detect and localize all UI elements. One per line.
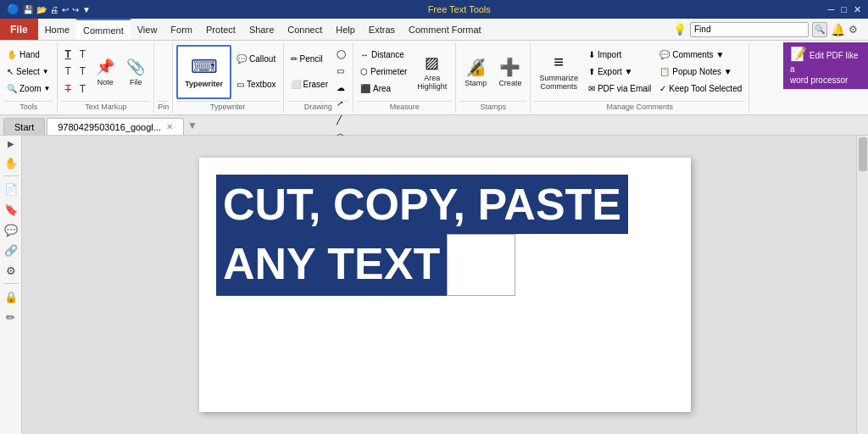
menu-connect[interactable]: Connect: [281, 19, 329, 40]
sidebar-link-tool[interactable]: 🔗: [2, 241, 20, 259]
sidebar-bookmark-tool[interactable]: 🔖: [2, 200, 20, 219]
area-btn[interactable]: ⬛ Area: [357, 81, 410, 97]
select-dropdown[interactable]: ▼: [42, 68, 49, 75]
tab-start[interactable]: Start: [3, 118, 45, 135]
area-highlight-btn[interactable]: ▨ AreaHighlight: [412, 50, 452, 94]
zoom-dropdown[interactable]: ▼: [44, 85, 51, 92]
scroll-thumb[interactable]: [859, 137, 867, 171]
select-icon: ↖: [7, 67, 14, 76]
drawing-col2: ◯ ▭ ☁ ↗ ╱ ⬡: [333, 47, 349, 97]
select-tool-btn[interactable]: ↖ Select ▼: [3, 64, 53, 80]
textbox-btn[interactable]: ▭ Textbox: [233, 77, 279, 92]
text-t2-btn[interactable]: T: [61, 64, 74, 79]
distance-btn[interactable]: ↔ Distance: [357, 47, 410, 63]
text-t6-btn[interactable]: T: [76, 81, 89, 97]
undo-icon[interactable]: ↩: [62, 5, 69, 14]
menu-extras[interactable]: Extras: [362, 19, 402, 40]
comments-label: Comments ▼: [672, 50, 724, 59]
close-btn[interactable]: ✕: [854, 4, 861, 15]
import-btn[interactable]: ⬇ Import: [585, 47, 654, 63]
shape-oval-btn[interactable]: ◯: [333, 47, 349, 62]
sidebar-lock-tool[interactable]: 🔒: [2, 287, 20, 306]
pin-group-label: Pin: [158, 101, 169, 111]
tab-dropdown-arrow[interactable]: ▼: [187, 120, 198, 131]
summarize-btn[interactable]: ≡ SummarizeComments: [534, 50, 583, 94]
menu-comment-format[interactable]: Comment Format: [402, 19, 488, 40]
text-t1-btn[interactable]: T: [61, 47, 74, 62]
search-btn[interactable]: 🔍: [812, 22, 827, 37]
sidebar-page-tool[interactable]: 📄: [2, 180, 20, 198]
ribbon-measure-items: ↔ Distance ⬡ Perimeter ⬛ Area ▨ AreaHigh…: [357, 44, 452, 99]
typewriter-btn[interactable]: ⌨ Typewriter: [176, 45, 231, 99]
ribbon-group-manage-comments: ≡ SummarizeComments ⬇ Import ⬆ Export ▼ …: [531, 42, 749, 113]
open-icon[interactable]: 📂: [36, 5, 47, 14]
keep-tool-btn[interactable]: ✓ Keep Tool Selected: [656, 81, 745, 97]
tools-group-label: Tools: [3, 101, 53, 111]
sidebar-hand-tool[interactable]: ✋: [2, 153, 20, 172]
menu-share[interactable]: Share: [242, 19, 281, 40]
menu-view[interactable]: View: [131, 19, 164, 40]
menu-file[interactable]: File: [0, 19, 38, 40]
menu-form[interactable]: Form: [164, 19, 199, 40]
notification-icons: 🔔 ⚙: [831, 23, 861, 36]
stamp-icon: 🔏: [465, 57, 487, 77]
menu-bar: File Home Comment View Form Protect Shar…: [0, 19, 868, 41]
sidebar-collapse-arrow[interactable]: ▶: [8, 139, 14, 148]
pdf-email-btn[interactable]: ✉ PDF via Email: [585, 81, 654, 97]
zoom-tool-btn[interactable]: 🔍 Zoom ▼: [3, 81, 53, 97]
sidebar-settings-tool[interactable]: ⚙: [2, 261, 20, 280]
menu-help[interactable]: Help: [329, 19, 362, 40]
title-bar-controls: ─ □ ✕: [828, 4, 861, 15]
sidebar-edit-tool[interactable]: ✏: [2, 308, 20, 326]
shape-rect-btn[interactable]: ▭: [333, 64, 349, 79]
manage-group-label: Manage Comments: [534, 101, 745, 111]
drawing-col1: ✏ Pencil ⬜ Eraser: [287, 47, 331, 97]
menu-search-area: 💡 🔍 🔔 ⚙: [673, 22, 868, 37]
shape-line-btn[interactable]: ╱: [333, 113, 349, 128]
menu-home[interactable]: Home: [38, 19, 76, 40]
menu-comment[interactable]: Comment: [76, 19, 131, 40]
hand-tool-btn[interactable]: ✋ Hand: [3, 47, 53, 63]
popup-notes-icon: 📋: [659, 67, 670, 76]
perimeter-btn[interactable]: ⬡ Perimeter: [357, 64, 410, 80]
print-icon[interactable]: 🖨: [50, 5, 58, 14]
redo-icon[interactable]: ↪: [72, 5, 79, 14]
scroll-area[interactable]: [856, 136, 868, 434]
sidebar-comment-tool[interactable]: 💬: [2, 220, 20, 239]
callout-btn[interactable]: 💬 Callout: [233, 52, 279, 67]
popup-notes-btn[interactable]: 📋 Popup Notes ▼: [656, 64, 745, 80]
text-t3-btn[interactable]: T: [61, 81, 74, 97]
pdf-line2-container: ANY TEXT: [216, 234, 628, 295]
create-btn[interactable]: ➕ Create: [493, 50, 526, 94]
bell-icon[interactable]: 🔔: [831, 23, 845, 36]
save-icon[interactable]: 💾: [23, 5, 33, 14]
text-t5-btn[interactable]: T: [76, 64, 89, 79]
settings-icon[interactable]: ⚙: [849, 24, 858, 36]
edit-pdf-banner[interactable]: 📝 Edit PDF like a word processor: [783, 42, 868, 89]
file-btn[interactable]: 📎 File: [121, 50, 150, 94]
pdf-text-block[interactable]: CUT, COPY, PASTE ANY TEXT: [216, 175, 628, 296]
minimize-btn[interactable]: ─: [828, 4, 835, 15]
ribbon-group-typewriter: ⌨ Typewriter 💬 Callout ▭ Textbox Typewri…: [173, 42, 283, 113]
search-input[interactable]: [690, 22, 809, 37]
dropdown-arrow[interactable]: ▼: [82, 5, 91, 14]
tab-close-btn[interactable]: ✕: [166, 122, 173, 131]
eraser-btn[interactable]: ⬜ Eraser: [287, 77, 331, 92]
hand-label: Hand: [19, 50, 40, 59]
ribbon-group-measure: ↔ Distance ⬡ Perimeter ⬛ Area ▨ AreaHigh…: [353, 42, 456, 113]
export-btn[interactable]: ⬆ Export ▼: [585, 64, 654, 80]
create-icon: ➕: [499, 57, 520, 77]
text-t4-btn[interactable]: T: [76, 47, 89, 62]
comments-btn[interactable]: 💬 Comments ▼: [656, 47, 745, 63]
select-label: Select: [16, 67, 40, 76]
maximize-btn[interactable]: □: [841, 4, 847, 15]
note-btn[interactable]: 📌 Note: [91, 50, 120, 94]
shape-cloud-btn[interactable]: ☁: [333, 81, 349, 96]
summarize-icon: ≡: [554, 53, 564, 72]
pencil-btn[interactable]: ✏ Pencil: [287, 52, 331, 67]
file-icon: 📎: [126, 58, 145, 76]
pdf-cursor-area[interactable]: [447, 234, 515, 295]
menu-protect[interactable]: Protect: [199, 19, 242, 40]
stamp-btn[interactable]: 🔏 Stamp: [459, 50, 492, 94]
tab-document[interactable]: 9780429503016_googl... ✕: [47, 118, 184, 135]
